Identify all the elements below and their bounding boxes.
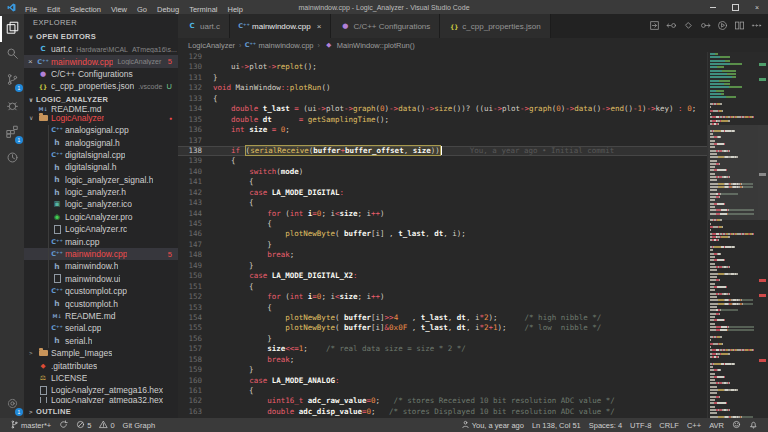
- tab-c-cpp-properties-json[interactable]: c_cpp_properties.json: [440, 14, 550, 38]
- status-crlf[interactable]: CRLF: [655, 418, 683, 432]
- tree-item[interactable]: >Sample_Images: [24, 347, 178, 359]
- file-label: LogicAnalyzer: [51, 113, 104, 123]
- status-sync[interactable]: [55, 418, 72, 432]
- tree-item[interactable]: .gitattributes: [24, 359, 178, 371]
- close-icon[interactable]: ×: [317, 22, 322, 31]
- status-5[interactable]: 5: [72, 418, 95, 432]
- more-actions-button[interactable]: [749, 19, 764, 34]
- menu-terminal[interactable]: Terminal: [184, 5, 222, 14]
- close-icon[interactable]: ×: [28, 57, 36, 66]
- text-cursor: [441, 146, 442, 155]
- code-editor[interactable]: 129130 ui->plot->replot();131}132void Ma…: [178, 52, 707, 418]
- activity-extensions[interactable]: 1: [0, 120, 24, 146]
- cpp-file-icon: [52, 324, 62, 332]
- status-avr[interactable]: AVR: [705, 418, 728, 432]
- status-feedback[interactable]: [728, 418, 745, 432]
- diff-decoration-button[interactable]: [681, 19, 696, 34]
- file-label: qcustomplot.cpp: [65, 286, 127, 296]
- minimap-slider[interactable]: [708, 125, 758, 220]
- menu-go[interactable]: Go: [132, 5, 152, 14]
- file-label: digitalsignal.h: [65, 162, 117, 172]
- status-spaces-4[interactable]: Spaces: 4: [585, 418, 626, 432]
- h-file-icon: [52, 175, 62, 184]
- menu-help[interactable]: Help: [222, 5, 247, 14]
- tree-item[interactable]: LICENSE: [24, 372, 178, 384]
- activity-manage[interactable]: 1: [0, 392, 24, 418]
- code-line: 152 for (int i=0; i<size; i++): [178, 292, 707, 302]
- file-label: analogsignal.h: [65, 138, 120, 148]
- status-git-graph[interactable]: Git Graph: [119, 418, 160, 432]
- tab-c-c-configurations[interactable]: C/C++ Configurations: [331, 14, 440, 38]
- minimize-button[interactable]: [702, 0, 724, 14]
- activity-explorer[interactable]: [0, 16, 24, 42]
- breadcrumb-item[interactable]: LogicAnalyzer: [188, 41, 235, 50]
- split-editor-button[interactable]: [732, 19, 747, 34]
- menu-file[interactable]: File: [20, 5, 42, 14]
- run-code-icon: [717, 17, 728, 35]
- code-line: 156 }: [178, 334, 707, 344]
- breadcrumb-item[interactable]: mainwindow.cpp: [245, 41, 313, 50]
- json-file-icon: [38, 83, 48, 90]
- branch-icon: [10, 420, 19, 431]
- status-master-[interactable]: master*+: [6, 418, 55, 432]
- overview-ruler[interactable]: [758, 52, 768, 418]
- open-editor-item[interactable]: uart.cHardware\MCAL_ATmega16\s...: [24, 43, 178, 55]
- tree-item[interactable]: ∨LogicAnalyzer●: [24, 112, 178, 124]
- previous-change-button[interactable]: [664, 19, 679, 34]
- file-label: LogicAnalyzer.pro: [65, 212, 133, 222]
- window-controls: ×: [702, 0, 768, 14]
- code-line: 144 for (int i=0; i<size; i++): [178, 209, 707, 219]
- activity-source-control[interactable]: 1: [0, 68, 24, 94]
- file-label: LogicAnalyzer_atmega16.hex: [51, 385, 163, 395]
- code-line: 131}: [178, 73, 707, 83]
- breadcrumb-item[interactable]: MainWindow::plotRun(): [324, 41, 415, 50]
- code-line: 155 plotNewByte( buffer[i]&0x0F , t_last…: [178, 323, 707, 333]
- next-change-button[interactable]: [698, 19, 713, 34]
- maximize-button[interactable]: [724, 0, 746, 14]
- status-label: C++: [687, 421, 701, 430]
- code-line: 140 switch(mode): [178, 167, 707, 177]
- status-0[interactable]: 0: [95, 418, 118, 432]
- diff-decoration-icon: [683, 17, 694, 35]
- compare-changes-button[interactable]: [647, 19, 662, 34]
- activity-badge: 1: [15, 408, 23, 416]
- workspace-header[interactable]: ∨ LOGIC_ANALYZER: [24, 93, 178, 106]
- cpp-file-icon: [239, 22, 249, 30]
- file-label: analogsignal.cpp: [65, 125, 129, 135]
- tab-uart-c[interactable]: uart.c: [178, 14, 230, 38]
- menu-edit[interactable]: Edit: [42, 5, 65, 14]
- status-you-a-year-ago[interactable]: You, a year ago: [457, 418, 528, 432]
- search-icon: [6, 46, 19, 64]
- tab-label: uart.c: [200, 22, 220, 31]
- line-number: 157: [178, 344, 202, 354]
- outline-header[interactable]: > OUTLINE: [24, 405, 178, 418]
- previous-change-icon: [666, 17, 677, 35]
- tree-item[interactable]: LogicAnalyzer_atmega32.hex: [24, 397, 178, 403]
- status-bell[interactable]: [745, 418, 762, 432]
- open-editor-item[interactable]: C/C++ Configurations: [24, 68, 178, 80]
- menu-view[interactable]: View: [106, 5, 132, 14]
- code-line: 151 {: [178, 282, 707, 292]
- file-label: logic_analyzer_signal.h: [65, 175, 153, 185]
- status-ln-138-col-51[interactable]: Ln 138, Col 51: [528, 418, 585, 432]
- open-editors-header[interactable]: ∨ OPEN EDITORS: [24, 30, 178, 43]
- menu-debug[interactable]: Debug: [152, 5, 184, 14]
- activity-debug[interactable]: [0, 94, 24, 120]
- menu-selection[interactable]: Selection: [65, 5, 106, 14]
- minimap[interactable]: [707, 52, 758, 418]
- editor-group: uart.cmainwindow.cpp×C/C++ Configuration…: [178, 14, 768, 418]
- activity-search[interactable]: [0, 42, 24, 68]
- run-code-button[interactable]: [715, 19, 730, 34]
- c-file-icon: [187, 22, 197, 30]
- open-editor-item[interactable]: c_cpp_properties.json.vscodeU: [24, 80, 178, 92]
- open-editor-item[interactable]: ×mainwindow.cppLogicAnalyzer5: [24, 55, 178, 67]
- decoration-badge: 5: [168, 250, 172, 259]
- close-button[interactable]: ×: [746, 0, 768, 14]
- file-detail: LogicAnalyzer: [117, 58, 167, 65]
- status-c-[interactable]: C++: [683, 418, 705, 432]
- tab-mainwindow-cpp[interactable]: mainwindow.cpp×: [230, 14, 331, 38]
- decoration-badge: 5: [168, 57, 172, 66]
- tree-item[interactable]: LogicAnalyzer_atmega16.hex: [24, 384, 178, 396]
- activity-clock[interactable]: [0, 146, 24, 172]
- status-utf-8[interactable]: UTF-8: [626, 418, 655, 432]
